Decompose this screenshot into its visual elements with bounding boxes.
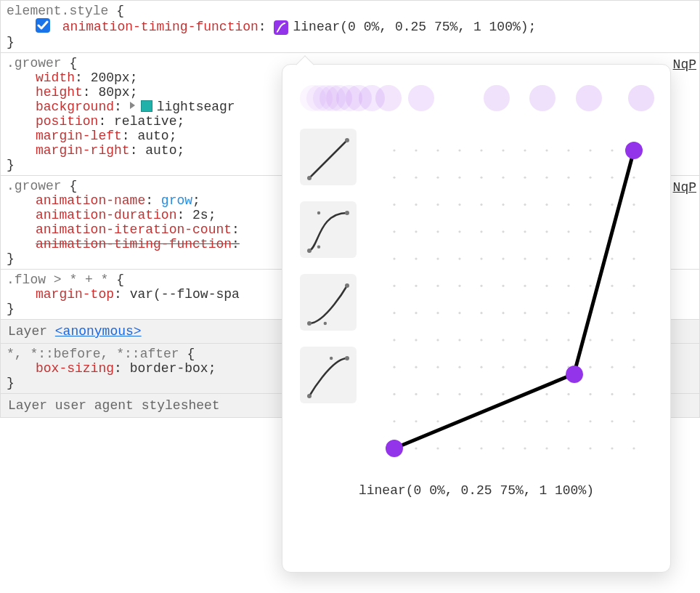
selector[interactable]: element.style xyxy=(7,4,108,18)
expand-shorthand-icon[interactable] xyxy=(130,102,135,109)
toggle-declaration-checkbox[interactable] xyxy=(36,18,50,33)
property-name[interactable]: animation-timing-function xyxy=(62,20,259,34)
svg-point-5 xyxy=(345,211,349,215)
easing-curve-editor[interactable] xyxy=(373,129,648,470)
easing-preset-ease[interactable] xyxy=(300,201,357,258)
preview-dot xyxy=(576,85,602,111)
color-swatch-icon[interactable] xyxy=(141,100,152,112)
preview-dot xyxy=(375,85,402,111)
property-value[interactable]: linear(0 0%, 0.25 75%, 1 100%) xyxy=(293,20,528,34)
svg-point-2 xyxy=(308,177,311,179)
easing-value-readout: linear(0 0%, 0.25 75%, 1 100%) xyxy=(300,483,653,498)
easing-presets xyxy=(300,129,358,470)
svg-point-15 xyxy=(330,357,333,360)
selector[interactable]: .grower xyxy=(7,56,62,70)
rule-block-element-style: element.style { animation-timing-functio… xyxy=(0,0,700,53)
svg-point-6 xyxy=(317,246,320,249)
animation-preview-track xyxy=(300,82,653,114)
easing-preset-ease-in[interactable] xyxy=(300,274,357,331)
easing-preset-linear[interactable] xyxy=(300,129,357,185)
svg-point-11 xyxy=(346,284,349,287)
svg-point-14 xyxy=(308,395,311,398)
selector[interactable]: .grower xyxy=(7,179,62,193)
svg-point-3 xyxy=(346,139,349,142)
styles-panel: element.style { animation-timing-functio… xyxy=(0,0,700,593)
source-link[interactable]: NqP xyxy=(673,57,696,72)
svg-point-13 xyxy=(345,356,349,360)
selector[interactable]: .flow > * + * xyxy=(7,273,108,287)
preview-dot xyxy=(628,85,654,111)
svg-point-10 xyxy=(324,322,327,325)
svg-point-4 xyxy=(307,249,312,253)
curve-control-point[interactable] xyxy=(625,142,643,159)
easing-editor-popover[interactable]: linear(0 0%, 0.25 75%, 1 100%) xyxy=(282,64,671,573)
declaration[interactable]: animation-timing-function: linear(0 0%, … xyxy=(36,18,693,35)
curve-control-point[interactable] xyxy=(386,440,403,457)
preview-dot xyxy=(408,85,434,111)
easing-swatch-icon[interactable] xyxy=(274,20,288,35)
easing-preset-ease-out[interactable] xyxy=(300,347,357,403)
source-link[interactable]: NqP xyxy=(673,180,696,195)
svg-point-8 xyxy=(307,321,312,326)
preview-dot xyxy=(529,85,555,111)
preview-dot xyxy=(484,85,510,111)
layer-link[interactable]: <anonymous> xyxy=(55,324,142,339)
selector: *, *::before, *::after xyxy=(7,347,179,361)
svg-point-7 xyxy=(317,211,320,214)
curve-control-point[interactable] xyxy=(566,366,583,383)
